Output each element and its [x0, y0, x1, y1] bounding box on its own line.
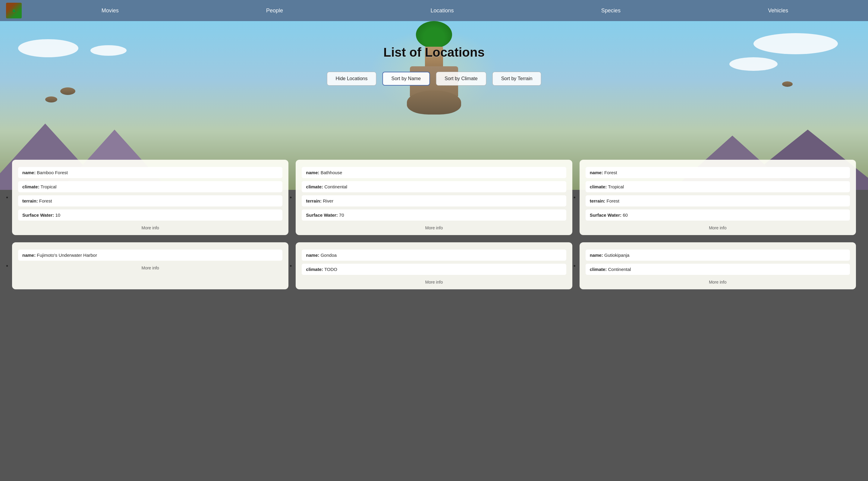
card-terrain-0: terrain: Forest	[18, 195, 282, 206]
location-card-1: name: Bathhouseclimate: Continentalterra…	[296, 160, 572, 235]
card-more-info-0[interactable]: More info	[18, 225, 282, 230]
cloud-2	[753, 33, 838, 54]
card-surface-water-0: Surface Water: 10	[18, 210, 282, 221]
sort-by-climate-button[interactable]: Sort by Climate	[436, 72, 486, 86]
cloud-1	[18, 39, 79, 57]
cloud-4	[90, 45, 127, 56]
location-card-2: name: Forestclimate: Tropicalterrain: Fo…	[580, 160, 856, 235]
hide-locations-button[interactable]: Hide Locations	[327, 72, 376, 86]
nav-links: Movies People Locations Species Vehicles	[28, 5, 862, 16]
locations-cards-section: name: Bamboo Forestclimate: Tropicalterr…	[0, 154, 868, 301]
card-name-3: name: Fujimoto's Underwater Harbor	[18, 250, 282, 261]
navbar: 🌲 Movies People Locations Species Vehicl…	[0, 0, 868, 21]
nav-vehicles[interactable]: Vehicles	[763, 5, 793, 16]
card-more-info-1[interactable]: More info	[302, 225, 566, 230]
nav-locations[interactable]: Locations	[426, 5, 458, 16]
card-name-4: name: Gondoa	[302, 250, 566, 261]
card-more-info-5[interactable]: More info	[586, 280, 850, 285]
card-climate-5: climate: Continental	[586, 264, 850, 275]
location-card-3: name: Fujimoto's Underwater HarborMore i…	[12, 242, 288, 289]
locations-grid: name: Bamboo Forestclimate: Tropicalterr…	[12, 160, 856, 289]
site-logo[interactable]: 🌲	[6, 3, 22, 19]
nav-movies[interactable]: Movies	[97, 5, 124, 16]
location-card-4: name: Gondoaclimate: TODOMore info	[296, 242, 572, 289]
rock-3	[782, 82, 793, 87]
page-title: List of Locations	[383, 45, 485, 60]
card-more-info-4[interactable]: More info	[302, 280, 566, 285]
card-more-info-2[interactable]: More info	[586, 225, 850, 230]
rock-2	[45, 96, 57, 102]
card-terrain-1: terrain: River	[302, 195, 566, 206]
filter-button-bar: Hide Locations Sort by Name Sort by Clim…	[327, 72, 541, 86]
card-climate-1: climate: Continental	[302, 181, 566, 192]
location-card-0: name: Bamboo Forestclimate: Tropicalterr…	[12, 160, 288, 235]
card-terrain-2: terrain: Forest	[586, 195, 850, 206]
card-climate-0: climate: Tropical	[18, 181, 282, 192]
nav-people[interactable]: People	[261, 5, 288, 16]
card-more-info-3[interactable]: More info	[18, 265, 282, 270]
card-name-5: name: Gutiokipanja	[586, 250, 850, 261]
card-name-1: name: Bathhouse	[302, 167, 566, 178]
card-surface-water-1: Surface Water: 70	[302, 210, 566, 221]
card-name-2: name: Forest	[586, 167, 850, 178]
rock-1	[60, 87, 75, 95]
card-surface-water-2: Surface Water: 60	[586, 210, 850, 221]
card-climate-2: climate: Tropical	[586, 181, 850, 192]
nav-species[interactable]: Species	[596, 5, 625, 16]
card-climate-4: climate: TODO	[302, 264, 566, 275]
cloud-3	[730, 57, 778, 71]
sort-by-terrain-button[interactable]: Sort by Terrain	[493, 72, 541, 86]
location-card-5: name: Gutiokipanjaclimate: ContinentalMo…	[580, 242, 856, 289]
sort-by-name-button[interactable]: Sort by Name	[382, 72, 430, 86]
card-name-0: name: Bamboo Forest	[18, 167, 282, 178]
castle-tree	[416, 21, 452, 48]
castle-base	[407, 90, 461, 115]
